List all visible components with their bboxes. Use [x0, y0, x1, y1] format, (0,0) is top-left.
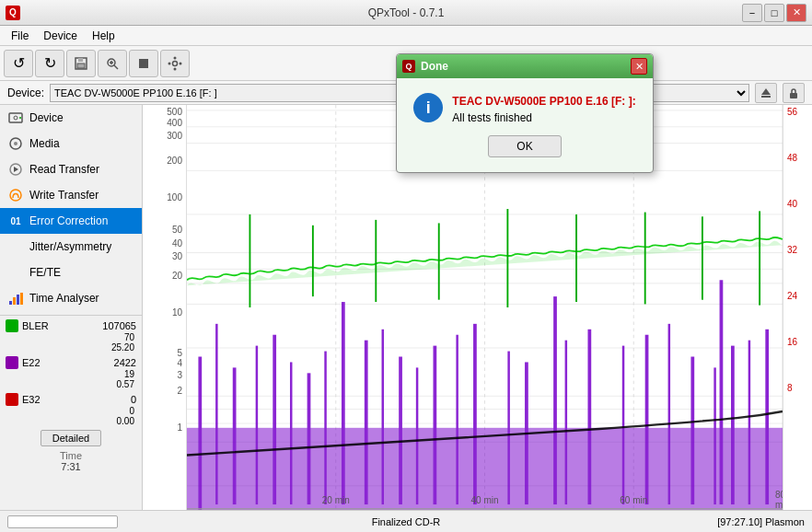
sidebar-item-write-transfer[interactable]: Write Transfer — [0, 182, 142, 208]
dialog-text-line2: All tests finished — [452, 110, 635, 126]
y-label-20: 20 — [172, 271, 182, 281]
toolbar-btn-zoom[interactable] — [98, 50, 127, 77]
svg-rect-66 — [587, 330, 591, 504]
device-eject-btn[interactable] — [755, 83, 777, 103]
svg-rect-51 — [256, 346, 258, 504]
y-label-4: 4 — [177, 358, 182, 368]
legend-e32: E32 0 — [6, 393, 136, 406]
svg-rect-23 — [9, 301, 12, 305]
status-left — [7, 515, 261, 528]
menu-device[interactable]: Device — [36, 28, 85, 44]
svg-rect-76 — [553, 296, 557, 504]
y-label-300: 300 — [167, 131, 182, 141]
svg-rect-62 — [473, 324, 477, 504]
svg-rect-52 — [273, 335, 276, 504]
toolbar-btn-settings[interactable] — [160, 50, 190, 77]
dialog-ok-button[interactable]: OK — [488, 135, 562, 157]
status-right: [97:27.10] Plasmon — [551, 516, 805, 527]
device-label: Device: — [7, 87, 44, 99]
dialog-body: i TEAC DV-W5000E PP100 E.16 [F: ]: All t… — [397, 78, 653, 172]
e22-value: 2422 — [114, 357, 136, 368]
sidebar-label-read-transfer: Read Transfer — [29, 163, 99, 176]
svg-point-18 — [19, 117, 21, 119]
dialog-device-name: TEAC DV-W5000E PP100 E.16 [F: ]: — [452, 95, 635, 108]
maximize-button[interactable]: □ — [764, 4, 784, 22]
x-label-40min: 40 min — [470, 495, 498, 505]
sidebar-label-write-transfer: Write Transfer — [29, 189, 99, 202]
y-label-400: 400 — [167, 118, 182, 128]
legend-area: BLER 107065 70 25.20 E22 2422 19 0.57 E3… — [0, 315, 142, 476]
e22-color-swatch — [6, 356, 18, 369]
svg-line-4 — [114, 65, 118, 69]
device-icon — [7, 110, 24, 126]
e32-value: 0 — [131, 394, 136, 405]
sidebar-label-time-analyser: Time Analyser — [29, 292, 99, 305]
dialog-content-row: i TEAC DV-W5000E PP100 E.16 [F: ]: All t… — [413, 93, 635, 126]
sidebar-item-media[interactable]: Media — [0, 131, 142, 156]
sidebar-item-error-correction[interactable]: 01 Error Correction — [0, 208, 142, 234]
svg-rect-61 — [456, 335, 458, 504]
svg-rect-69 — [668, 324, 670, 504]
legend-e22: E22 2422 — [6, 356, 136, 369]
device-lock-btn[interactable] — [783, 83, 805, 103]
minimize-button[interactable]: − — [742, 4, 762, 22]
detailed-button[interactable]: Detailed — [41, 430, 101, 446]
svg-rect-74 — [765, 330, 769, 504]
menu-file[interactable]: File — [4, 28, 36, 44]
y-label-30: 30 — [172, 251, 182, 261]
y-label-100: 100 — [167, 192, 182, 202]
y-label-2: 2 — [177, 386, 182, 396]
sidebar-label-media: Media — [29, 137, 60, 150]
legend-bler: BLER 107065 — [6, 319, 136, 332]
sidebar-label-device: Device — [29, 111, 64, 124]
toolbar-btn-forward[interactable]: ↻ — [35, 50, 64, 77]
svg-rect-75 — [342, 302, 345, 504]
status-center: Finalized CD-R — [279, 516, 532, 527]
toolbar-btn-stop[interactable] — [129, 50, 158, 77]
svg-point-8 — [173, 61, 178, 65]
svg-rect-70 — [690, 357, 694, 505]
progress-bar — [7, 515, 118, 528]
y-axis-left: 500 400 300 200 100 50 40 30 20 10 5 4 3… — [143, 105, 187, 510]
menu-help[interactable]: Help — [85, 28, 122, 44]
sidebar-item-read-transfer[interactable]: Read Transfer — [0, 156, 142, 182]
close-button[interactable]: ✕ — [786, 4, 806, 22]
fete-icon — [7, 264, 24, 281]
svg-rect-68 — [645, 335, 649, 504]
sidebar-item-time-analyser[interactable]: Time Analyser — [0, 285, 142, 311]
toolbar-btn-save[interactable] — [66, 50, 96, 77]
sidebar-item-jitter[interactable]: Jitter/Asymmetry — [0, 234, 142, 260]
bler-value: 107065 — [102, 320, 136, 331]
svg-rect-72 — [731, 346, 735, 504]
svg-rect-15 — [790, 93, 797, 98]
app-icon: Q — [6, 6, 20, 20]
y-label-5: 5 — [177, 348, 182, 358]
svg-rect-77 — [720, 280, 724, 504]
dialog-close-button[interactable]: ✕ — [631, 58, 647, 75]
svg-rect-60 — [434, 346, 437, 504]
yr-label-16: 16 — [787, 337, 797, 347]
toolbar-btn-refresh[interactable]: ↺ — [4, 50, 33, 77]
svg-point-11 — [168, 62, 171, 64]
svg-rect-48 — [198, 357, 202, 510]
svg-rect-1 — [77, 64, 85, 68]
e22-label: E22 — [22, 357, 114, 368]
time-label: Time — [6, 450, 136, 461]
x-axis: 20 min 40 min 60 min 80 min — [187, 490, 783, 510]
media-icon — [7, 135, 24, 152]
svg-rect-54 — [307, 373, 311, 504]
e22-sub2: 0.57 — [6, 379, 136, 389]
write-transfer-icon — [7, 187, 24, 203]
e32-label: E32 — [22, 394, 131, 405]
svg-rect-53 — [290, 362, 292, 504]
sidebar-item-device[interactable]: Device — [0, 105, 142, 131]
e22-sub: 19 — [6, 369, 136, 379]
y-label-50: 50 — [172, 225, 182, 235]
y-label-40: 40 — [172, 238, 182, 249]
bler-color-swatch — [6, 319, 18, 332]
sidebar-item-fete[interactable]: FE/TE — [0, 260, 142, 285]
svg-rect-50 — [233, 367, 237, 504]
svg-rect-65 — [565, 341, 567, 504]
menu-bar: File Device Help — [0, 26, 812, 46]
svg-point-10 — [174, 67, 177, 70]
